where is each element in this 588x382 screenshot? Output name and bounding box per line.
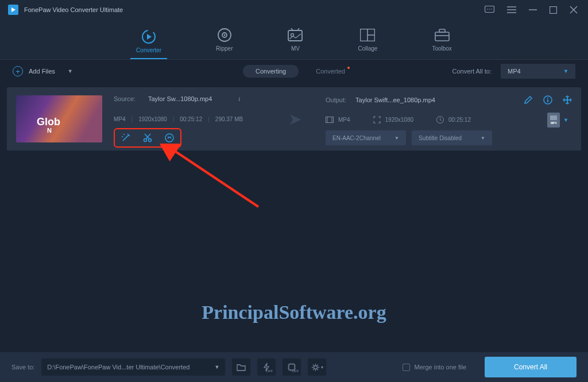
svg-point-33 bbox=[170, 136, 171, 137]
plus-icon: + bbox=[13, 66, 23, 76]
notification-dot bbox=[347, 67, 350, 69]
effects-icon[interactable] bbox=[121, 133, 131, 143]
svg-rect-19 bbox=[288, 30, 302, 41]
subtitle-select[interactable]: Subtitle Disabled▼ bbox=[412, 130, 492, 145]
video-thumbnail[interactable]: Glob N bbox=[16, 95, 102, 142]
svg-rect-39 bbox=[326, 117, 334, 123]
clock-icon bbox=[436, 116, 444, 124]
edit-tools-highlight bbox=[114, 128, 181, 148]
menu-icon[interactable] bbox=[507, 6, 516, 13]
output-format-badge[interactable]: MP4 ▼ bbox=[547, 113, 568, 128]
format-select[interactable]: MP4 ▼ bbox=[501, 64, 575, 79]
info-icon[interactable]: i bbox=[238, 95, 240, 102]
convert-all-to-label: Convert All to: bbox=[452, 68, 492, 75]
feedback-icon[interactable] bbox=[485, 6, 494, 14]
gpu-icon[interactable]: OFF bbox=[283, 358, 301, 376]
svg-point-2 bbox=[487, 9, 488, 10]
tab-toolbox[interactable]: Toolbox bbox=[426, 24, 457, 55]
svg-rect-25 bbox=[439, 29, 445, 32]
convert-all-button[interactable]: Convert All bbox=[485, 357, 577, 377]
open-folder-icon[interactable] bbox=[232, 358, 250, 376]
merge-checkbox[interactable]: Merge into one file bbox=[403, 364, 467, 371]
compress-icon[interactable] bbox=[563, 95, 572, 105]
rename-icon[interactable] bbox=[524, 95, 533, 105]
hw-accel-icon[interactable]: OFF bbox=[257, 358, 276, 376]
chevron-down-icon: ▼ bbox=[563, 68, 568, 74]
audio-track-select[interactable]: EN-AAC-2Channel▼ bbox=[326, 130, 406, 145]
svg-marker-13 bbox=[147, 34, 152, 40]
svg-point-3 bbox=[489, 9, 490, 10]
output-label: Output: bbox=[326, 97, 346, 103]
enhance-icon[interactable] bbox=[164, 133, 175, 143]
footer: Save to: D:\FonePaw\FonePaw Vid...ter Ul… bbox=[0, 352, 588, 382]
tab-converting[interactable]: Converting bbox=[243, 65, 299, 78]
watermark-text: PrincipalSoftware.org bbox=[202, 302, 386, 323]
minimize-icon[interactable] bbox=[529, 6, 537, 14]
source-filename: Taylor Sw...1080p.mp4 bbox=[148, 95, 212, 102]
output-filename: Taylor Swift...ee_1080p.mp4 bbox=[355, 97, 435, 103]
toolbar: + Add Files ▼ Converting Converted Conve… bbox=[0, 60, 588, 83]
resolution-icon bbox=[373, 116, 381, 124]
collage-icon bbox=[359, 27, 376, 43]
toolbox-icon bbox=[434, 27, 450, 43]
add-files-button[interactable]: + Add Files ▼ bbox=[13, 66, 73, 76]
app-logo-icon bbox=[8, 5, 18, 15]
tab-converter[interactable]: Converter bbox=[130, 25, 167, 59]
tab-converted[interactable]: Converted bbox=[316, 68, 345, 75]
output-meta: MP4 1920x1080 00:25:12 bbox=[326, 116, 572, 124]
chevron-down-icon[interactable]: ▼ bbox=[563, 117, 568, 123]
ripper-icon bbox=[216, 27, 233, 43]
checkbox-icon bbox=[403, 364, 410, 371]
main-tabs: Converter Ripper MV Collage Toolbox bbox=[0, 20, 588, 60]
media-info-icon[interactable] bbox=[543, 95, 552, 105]
mv-icon bbox=[287, 27, 303, 43]
tab-mv[interactable]: MV bbox=[281, 24, 309, 55]
annotation-arrow bbox=[144, 144, 270, 213]
svg-point-32 bbox=[168, 136, 169, 137]
chevron-down-icon[interactable]: ▼ bbox=[68, 68, 73, 74]
source-meta: MP4 1920x1080 00:25:12 290.37 MB bbox=[114, 116, 286, 122]
svg-point-4 bbox=[491, 9, 492, 10]
app-title: FonePaw Video Converter Ultimate bbox=[24, 6, 123, 13]
maximize-icon[interactable] bbox=[550, 6, 557, 14]
converter-icon bbox=[141, 29, 157, 45]
svg-point-56 bbox=[314, 365, 317, 369]
svg-point-16 bbox=[223, 34, 225, 36]
file-item: Glob N Source: Taylor Sw...1080p.mp4 i M… bbox=[7, 87, 581, 151]
svg-rect-24 bbox=[435, 32, 449, 41]
save-to-label: Save to: bbox=[11, 364, 34, 371]
svg-marker-0 bbox=[11, 7, 16, 12]
svg-line-44 bbox=[440, 120, 442, 121]
arrow-right-icon: ➤ bbox=[288, 110, 301, 129]
source-label: Source: bbox=[114, 95, 139, 102]
tab-ripper[interactable]: Ripper bbox=[210, 24, 238, 55]
settings-icon[interactable]: ▾ bbox=[308, 358, 326, 376]
cut-icon[interactable] bbox=[142, 133, 153, 143]
close-icon[interactable] bbox=[570, 6, 578, 14]
tab-collage[interactable]: Collage bbox=[352, 24, 383, 55]
video-icon bbox=[326, 117, 334, 123]
svg-point-31 bbox=[165, 134, 173, 142]
svg-point-36 bbox=[547, 98, 548, 99]
titlebar: FonePaw Video Converter Ultimate bbox=[0, 0, 588, 20]
svg-line-46 bbox=[172, 149, 258, 207]
svg-rect-9 bbox=[550, 6, 557, 13]
save-path-select[interactable]: D:\FonePaw\FonePaw Vid...ter Ultimate\Co… bbox=[41, 358, 225, 376]
